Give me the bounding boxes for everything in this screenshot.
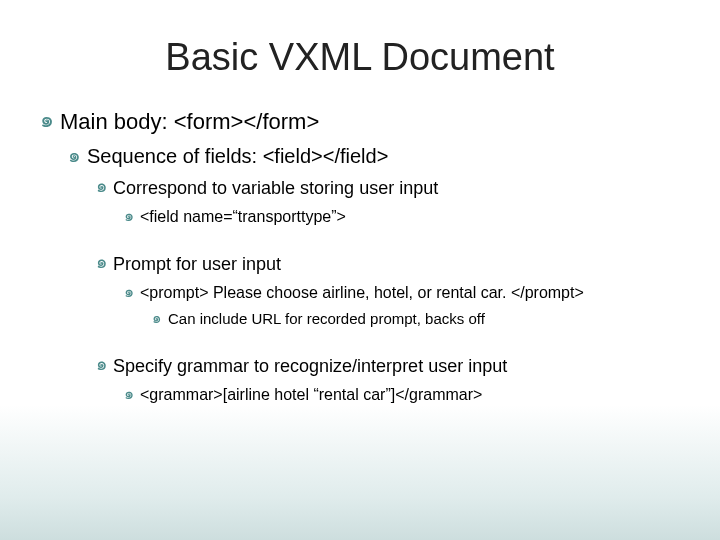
bullet-item: ๑Sequence of fields: <field></field> [68, 143, 700, 170]
bullet-icon: ๑ [96, 252, 107, 274]
bullet-text: Specify grammar to recognize/interpret u… [113, 354, 507, 378]
bullet-icon: ๑ [68, 143, 81, 167]
bullet-text: <prompt> Please choose airline, hotel, o… [140, 282, 584, 304]
bullet-text: Sequence of fields: <field></field> [87, 143, 388, 170]
bullet-icon: ๑ [124, 206, 134, 225]
bullet-text: Can include URL for recorded prompt, bac… [168, 309, 485, 329]
bullet-item: ๑Main body: <form></form> [40, 107, 700, 137]
bullet-text: Main body: <form></form> [60, 107, 319, 137]
bullet-icon: ๑ [96, 354, 107, 376]
bullet-icon: ๑ [152, 309, 162, 327]
bullet-item: ๑Correspond to variable storing user inp… [96, 176, 700, 200]
bullet-icon: ๑ [96, 176, 107, 198]
bullet-item: ๑<prompt> Please choose airline, hotel, … [124, 282, 700, 304]
bullet-item: ๑Prompt for user input [96, 252, 700, 276]
bullet-icon: ๑ [124, 384, 134, 403]
bullet-item: ๑<field name=“transporttype”> [124, 206, 700, 228]
bullet-item: ๑<grammar>[airline hotel “rental car”]</… [124, 384, 700, 406]
bullet-item: ๑Can include URL for recorded prompt, ba… [152, 309, 700, 329]
bullet-text: Correspond to variable storing user inpu… [113, 176, 438, 200]
bullet-icon: ๑ [124, 282, 134, 301]
bullet-icon: ๑ [40, 107, 54, 133]
bullet-item: ๑Specify grammar to recognize/interpret … [96, 354, 700, 378]
bullet-text: <field name=“transporttype”> [140, 206, 346, 228]
slide-title: Basic VXML Document [0, 0, 720, 107]
slide-body: ๑Main body: <form></form>๑Sequence of fi… [0, 107, 720, 406]
bullet-text: Prompt for user input [113, 252, 281, 276]
bullet-text: <grammar>[airline hotel “rental car”]</g… [140, 384, 482, 406]
